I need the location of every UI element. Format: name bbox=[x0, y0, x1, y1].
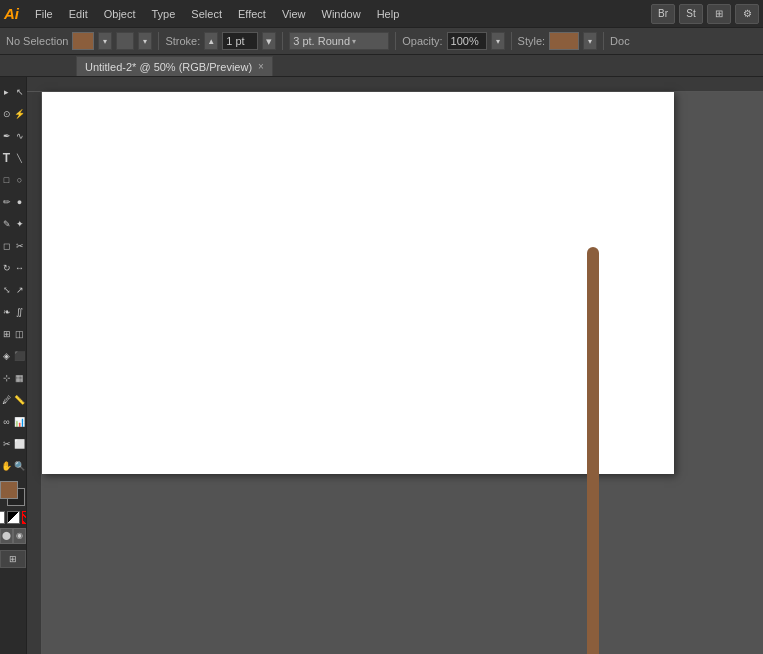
tab-title: Untitled-2* @ 50% (RGB/Preview) bbox=[85, 61, 252, 73]
normal-view-btn[interactable]: ⬤ bbox=[0, 528, 13, 544]
stroke-dropdown-btn[interactable]: ▾ bbox=[138, 32, 152, 50]
tool-row-brush: ✏ ● bbox=[0, 191, 26, 213]
blob-brush-tool[interactable]: ● bbox=[13, 191, 26, 213]
workspace-icon-btn[interactable]: ⊞ bbox=[707, 4, 731, 24]
document-tab[interactable]: Untitled-2* @ 50% (RGB/Preview) × bbox=[76, 56, 273, 76]
opacity-label: Opacity: bbox=[402, 35, 442, 47]
settings-icon-btn[interactable]: ⚙ bbox=[735, 4, 759, 24]
tool-row-slice: ✂ ⬜ bbox=[0, 433, 26, 455]
curvature-tool[interactable]: ∿ bbox=[13, 125, 26, 147]
app-logo: Ai bbox=[4, 5, 19, 22]
blend-tool[interactable]: ∞ bbox=[0, 411, 13, 433]
view-mode-buttons: ⬤ ◉ bbox=[0, 528, 26, 544]
toolbar: No Selection ▾ ▾ Stroke: ▲ ▾ 3 pt. Round… bbox=[0, 27, 763, 55]
mesh-tool[interactable]: ⊹ bbox=[0, 367, 13, 389]
chart-tool[interactable]: 📊 bbox=[13, 411, 26, 433]
free-transform-tool[interactable]: ⊞ bbox=[0, 323, 13, 345]
shear-tool[interactable]: ↗ bbox=[13, 279, 26, 301]
tab-bar: Untitled-2* @ 50% (RGB/Preview) × bbox=[0, 55, 763, 77]
measure-tool[interactable]: 📏 bbox=[13, 389, 26, 411]
menu-type[interactable]: Type bbox=[144, 5, 184, 23]
tool-row-blend: ∞ 📊 bbox=[0, 411, 26, 433]
stroke-color-swatch[interactable] bbox=[116, 32, 134, 50]
perspective-tool[interactable]: ◫ bbox=[13, 323, 26, 345]
stock-icon-btn[interactable]: St bbox=[679, 4, 703, 24]
reshape-tool[interactable]: ∬ bbox=[13, 301, 26, 323]
style-swatch[interactable] bbox=[549, 32, 579, 50]
shaper-tool[interactable]: ✦ bbox=[13, 213, 26, 235]
menu-object[interactable]: Object bbox=[96, 5, 144, 23]
zoom-tool[interactable]: 🔍 bbox=[13, 455, 26, 477]
tool-row-eraser: ◻ ✂ bbox=[0, 235, 26, 257]
menu-select[interactable]: Select bbox=[183, 5, 230, 23]
tool-row-pencil: ✎ ✦ bbox=[0, 213, 26, 235]
vertical-ruler bbox=[27, 92, 42, 654]
scissors-tool[interactable]: ✂ bbox=[13, 235, 26, 257]
paintbrush-tool[interactable]: ✏ bbox=[0, 191, 13, 213]
magic-wand-tool[interactable]: ⚡ bbox=[13, 103, 26, 125]
menu-effect[interactable]: Effect bbox=[230, 5, 274, 23]
fill-dropdown-btn[interactable]: ▾ bbox=[98, 32, 112, 50]
pen-tool[interactable]: ✒ bbox=[0, 125, 13, 147]
none-color-btn[interactable] bbox=[0, 511, 5, 524]
artboard-tool[interactable]: ⬜ bbox=[13, 433, 26, 455]
color-stack bbox=[0, 481, 26, 507]
selection-tool[interactable]: ▸ bbox=[0, 81, 13, 103]
hand-tool[interactable]: ✋ bbox=[0, 455, 13, 477]
eyedropper-tool[interactable]: 🖉 bbox=[0, 389, 13, 411]
direct-selection-tool[interactable]: ↖ bbox=[13, 81, 26, 103]
tool-row-shapebuilder: ◈ ⬛ bbox=[0, 345, 26, 367]
shape-builder-tool[interactable]: ◈ bbox=[0, 345, 13, 367]
tool-row-scale: ⤡ ↗ bbox=[0, 279, 26, 301]
rectangle-tool[interactable]: □ bbox=[0, 169, 13, 191]
live-paint-tool[interactable]: ⬛ bbox=[13, 345, 26, 367]
drawn-stroke bbox=[587, 247, 599, 654]
menu-right-icons: Br St ⊞ ⚙ bbox=[651, 4, 759, 24]
gradient-color-btn[interactable] bbox=[7, 511, 20, 524]
tool-row-type: T ╲ bbox=[0, 147, 26, 169]
stroke-input[interactable] bbox=[222, 32, 258, 50]
type-options-tool[interactable]: ╲ bbox=[13, 147, 26, 169]
tool-row-pen: ✒ ∿ bbox=[0, 125, 26, 147]
scale-tool[interactable]: ⤡ bbox=[0, 279, 13, 301]
opacity-input[interactable] bbox=[447, 32, 487, 50]
warp-tool[interactable]: ❧ bbox=[0, 301, 13, 323]
tool-row-selection: ▸ ↖ bbox=[0, 81, 26, 103]
stroke-unit-dropdown[interactable]: ▾ bbox=[262, 32, 276, 50]
color-area: ⬤ ◉ ⊞ bbox=[0, 481, 27, 568]
slice-tool[interactable]: ✂ bbox=[0, 433, 13, 455]
fill-color-swatch[interactable] bbox=[72, 32, 94, 50]
pencil-tool[interactable]: ✎ bbox=[0, 213, 13, 235]
tab-close-btn[interactable]: × bbox=[258, 61, 264, 72]
menu-view[interactable]: View bbox=[274, 5, 314, 23]
menu-help[interactable]: Help bbox=[369, 5, 408, 23]
menu-window[interactable]: Window bbox=[314, 5, 369, 23]
brush-dropdown[interactable]: 3 pt. Round ▾ bbox=[289, 32, 389, 50]
bridge-icon-btn[interactable]: Br bbox=[651, 4, 675, 24]
left-toolbar: ▸ ↖ ⊙ ⚡ ✒ ∿ T ╲ □ ○ ✏ ● ✎ ✦ ◻ ✂ bbox=[0, 77, 27, 654]
rotate-tool[interactable]: ↻ bbox=[0, 257, 13, 279]
style-label: Style: bbox=[518, 35, 546, 47]
reflect-tool[interactable]: ↔ bbox=[13, 257, 26, 279]
tool-row-lasso: ⊙ ⚡ bbox=[0, 103, 26, 125]
style-dropdown-btn[interactable]: ▾ bbox=[583, 32, 597, 50]
opacity-dropdown-btn[interactable]: ▾ bbox=[491, 32, 505, 50]
menu-file[interactable]: File bbox=[27, 5, 61, 23]
tool-row-freetransform: ⊞ ◫ bbox=[0, 323, 26, 345]
horizontal-ruler bbox=[27, 77, 763, 92]
artboards-btn[interactable]: ⊞ bbox=[0, 550, 26, 568]
lasso-tool[interactable]: ⊙ bbox=[0, 103, 13, 125]
gradient-tool[interactable]: ▦ bbox=[13, 367, 26, 389]
separator-5 bbox=[603, 32, 604, 50]
artboard[interactable] bbox=[42, 92, 674, 474]
stroke-unit-label: ▾ bbox=[266, 35, 272, 48]
ellipse-tool[interactable]: ○ bbox=[13, 169, 26, 191]
stroke-up-btn[interactable]: ▲ bbox=[204, 32, 218, 50]
eraser-tool[interactable]: ◻ bbox=[0, 235, 13, 257]
preview-view-btn[interactable]: ◉ bbox=[13, 528, 26, 544]
menu-edit[interactable]: Edit bbox=[61, 5, 96, 23]
doc-label: Doc bbox=[610, 35, 630, 47]
separator-2 bbox=[282, 32, 283, 50]
type-tool[interactable]: T bbox=[0, 147, 13, 169]
foreground-color-chip[interactable] bbox=[0, 481, 18, 499]
